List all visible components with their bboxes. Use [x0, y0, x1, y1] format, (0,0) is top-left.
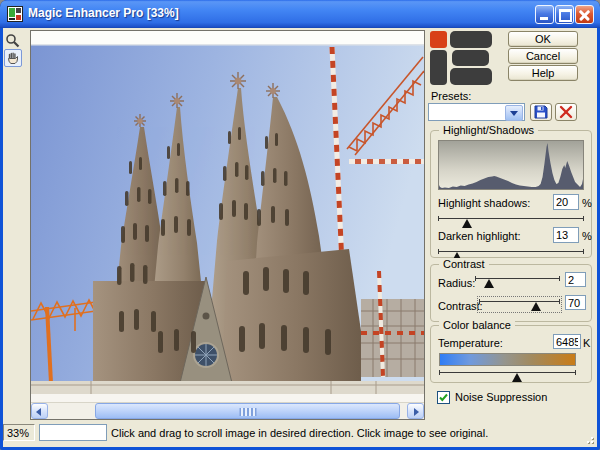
- resize-grip[interactable]: [583, 433, 595, 445]
- horizontal-scrollbar[interactable]: [31, 402, 424, 419]
- presets-dropdown[interactable]: [428, 103, 525, 121]
- slider-track: [439, 372, 576, 373]
- slider-thumb[interactable]: [531, 302, 541, 311]
- scrollbar-grip: [239, 408, 256, 416]
- radius-value[interactable]: [565, 272, 586, 287]
- presets-label: Presets:: [431, 90, 471, 102]
- radius-label: Radius:: [438, 277, 475, 289]
- zoom-tool-icon[interactable]: [5, 33, 20, 48]
- histogram-curve: [439, 141, 583, 189]
- contrast-value[interactable]: [565, 295, 586, 310]
- darken-highlight-value[interactable]: [553, 227, 579, 243]
- red-x-icon: [559, 105, 573, 119]
- contrast-slider[interactable]: [479, 298, 560, 311]
- hand-tool-button[interactable]: [4, 49, 22, 67]
- save-preset-button[interactable]: [530, 103, 552, 121]
- noise-suppression-checkbox[interactable]: [437, 391, 450, 404]
- crane-right-jib: [349, 159, 424, 164]
- slider-thumb[interactable]: [512, 373, 522, 382]
- check-icon: [438, 392, 449, 403]
- radius-slider[interactable]: [475, 275, 560, 288]
- help-button[interactable]: Help: [508, 65, 578, 81]
- status-input[interactable]: [39, 424, 107, 441]
- magic-enhancer-dialog: Magic Enhancer Pro [33%]: [0, 0, 600, 450]
- ok-button[interactable]: OK: [508, 31, 578, 47]
- cancel-button[interactable]: Cancel: [508, 48, 578, 64]
- histogram-display: [438, 140, 584, 190]
- contrast-group: Contrast Radius: Contrast:: [430, 264, 592, 322]
- floppy-disk-icon: [534, 105, 548, 119]
- highlight-shadows-group: Highlight/Shadows Highlight shadows: % D…: [430, 130, 592, 258]
- noise-suppression-label: Noise Suppression: [455, 391, 547, 403]
- color-balance-title: Color balance: [439, 319, 515, 331]
- maximize-button[interactable]: [555, 5, 574, 24]
- app-icon: [7, 6, 23, 22]
- slider-track: [438, 218, 584, 219]
- chevron-down-icon[interactable]: [505, 105, 523, 121]
- contrast-title: Contrast: [439, 258, 489, 270]
- highlight-shadows-label: Highlight shadows:: [438, 197, 530, 209]
- preview-photo[interactable]: [31, 31, 424, 402]
- title-bar[interactable]: Magic Enhancer Pro [33%]: [0, 0, 600, 28]
- highlight-shadows-unit: %: [582, 197, 592, 209]
- contrast-label: Contrast:: [438, 300, 483, 312]
- darken-highlight-label: Darken highlight:: [438, 230, 521, 242]
- delete-preset-button[interactable]: [555, 103, 577, 121]
- slider-thumb[interactable]: [462, 219, 472, 228]
- scroll-right-button[interactable]: [407, 403, 424, 419]
- close-button[interactable]: [575, 5, 594, 24]
- highlight-shadows-value[interactable]: [553, 194, 579, 210]
- window-title: Magic Enhancer Pro [33%]: [28, 6, 179, 20]
- temperature-label: Temperature:: [438, 337, 503, 349]
- scrollbar-thumb[interactable]: [95, 403, 400, 419]
- temperature-slider[interactable]: [439, 369, 576, 382]
- temperature-gradient-bar: [439, 353, 576, 366]
- image-preview-frame: [30, 30, 425, 420]
- slider-thumb[interactable]: [484, 279, 494, 288]
- scroll-left-button[interactable]: [31, 403, 48, 419]
- zoom-level-indicator: 33%: [3, 424, 35, 441]
- color-balance-group: Color balance Temperature: K: [430, 325, 592, 383]
- hand-icon: [5, 50, 21, 66]
- highlight-shadows-title: Highlight/Shadows: [439, 124, 538, 136]
- slider-track: [479, 301, 560, 302]
- plugin-logo: [430, 31, 494, 86]
- dialog-content: 33% Click and drag to scroll image in de…: [3, 28, 597, 447]
- temperature-unit: K: [583, 337, 590, 349]
- temperature-value[interactable]: [553, 334, 581, 349]
- darken-highlight-unit: %: [582, 230, 592, 242]
- chevron-right-icon: [414, 408, 419, 416]
- minimize-button[interactable]: [535, 5, 554, 24]
- chevron-left-icon: [36, 408, 41, 416]
- status-hint-text: Click and drag to scroll image in desire…: [111, 427, 488, 439]
